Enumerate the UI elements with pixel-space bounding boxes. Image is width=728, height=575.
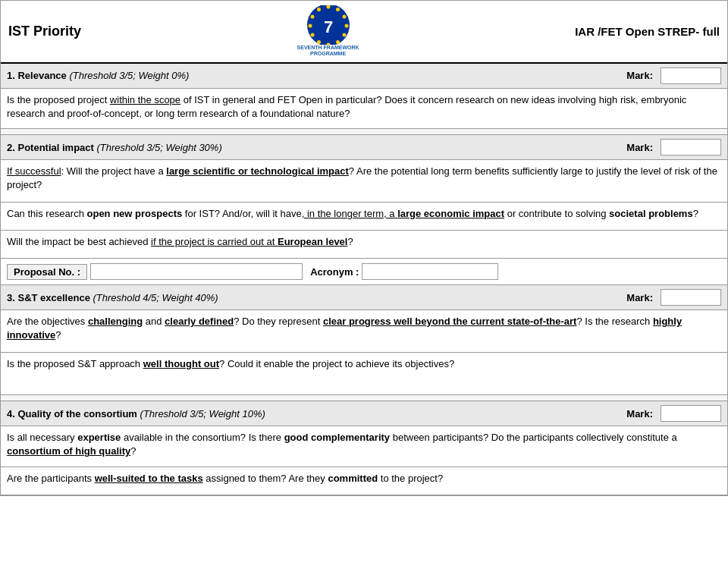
section-st-excellence: 3. S&T excellence (Threshold 4/5; Weight… (1, 285, 727, 353)
logo: 7 SEVENTH FRAMEWORK PROGRAMME (297, 5, 359, 58)
section-relevance-bold: Relevance (17, 70, 66, 81)
section-quality-consortium-number: 4. (7, 408, 17, 419)
section-relevance-rest: (Threshold 3/5; Weight 0%) (67, 70, 190, 81)
svg-point-9 (310, 33, 314, 37)
ist-priority-title: IST Priority (8, 24, 81, 39)
section-potential-impact-mark-label: Mark: (626, 142, 653, 153)
proposal-input[interactable] (90, 263, 303, 280)
section-relevance-mark-label: Mark: (626, 70, 653, 81)
svg-text:7: 7 (323, 17, 332, 36)
section-st-excellence-number: 3. (7, 292, 17, 303)
section-potential-impact-body: If successful: Will the project have a l… (1, 160, 727, 202)
section-relevance-mark-box[interactable] (661, 68, 721, 84)
section-quality-consortium-title: 4. Quality of the consortium (Threshold … (7, 408, 626, 419)
section-quality-consortium-sub-body: Are the participants well-suited to the … (1, 467, 727, 495)
section-quality-consortium-mark-label: Mark: (626, 408, 653, 419)
svg-point-2 (336, 8, 340, 11)
section-potential-impact-bold: Potential impact (17, 142, 93, 153)
section-quality-consortium-sub: Are the participants well-suited to the … (1, 467, 727, 495)
section-st-excellence-body: Are the objectives challenging and clear… (1, 310, 727, 352)
st-excellence-text1: Are the objectives challenging and clear… (7, 315, 721, 342)
section-potential-impact-header: 2. Potential impact (Threshold 3/5; Weig… (1, 135, 727, 160)
section-st-excellence-mark-label: Mark: (626, 292, 653, 303)
header: IST Priority (1, 1, 727, 64)
proposal-row: Proposal No. : Acronym : (1, 259, 727, 285)
section-relevance-title: 1. Relevance (Threshold 3/5; Weight 0%) (7, 70, 626, 81)
svg-point-8 (317, 40, 321, 44)
svg-point-10 (308, 24, 312, 28)
section-quality-consortium-header: 4. Quality of the consortium (Threshold … (1, 401, 727, 426)
section-st-excellence-title: 3. S&T excellence (Threshold 4/5; Weight… (7, 292, 626, 303)
relevance-text: Is the proposed project within the scope… (7, 93, 721, 121)
section-st-excellence-bold: S&T excellence (17, 292, 89, 303)
section-potential-impact: 2. Potential impact (Threshold 3/5; Weig… (1, 135, 727, 203)
acronym-section: Acronym : (310, 263, 498, 280)
proposal-section: Proposal No. : (7, 263, 303, 280)
section-st-excellence-rest: (Threshold 4/5; Weight 40%) (90, 292, 218, 303)
section-st-excellence-header: 3. S&T excellence (Threshold 4/5; Weight… (1, 285, 727, 310)
potential-impact-text1: If successful: Will the project have a l… (7, 165, 721, 192)
section-relevance-body: Is the proposed project within the scope… (1, 89, 727, 128)
section-quality-consortium-rest: (Threshold 3/5; Weight 10%) (137, 408, 265, 419)
section-potential-impact-rest: (Threshold 3/5; Weight 30%) (94, 142, 222, 153)
section-relevance: 1. Relevance (Threshold 3/5; Weight 0%) … (1, 64, 727, 129)
section-st-excellence-mark-box[interactable] (661, 289, 721, 306)
svg-point-4 (344, 24, 348, 28)
quality-consortium-text1: Is all necessary expertise available in … (7, 431, 721, 458)
section-quality-consortium-mark-box[interactable] (661, 405, 721, 422)
section-quality-consortium: 4. Quality of the consortium (Threshold … (1, 401, 727, 467)
proposal-label: Proposal No. : (7, 264, 87, 280)
logo-text: SEVENTH FRAMEWORK PROGRAMME (297, 45, 359, 58)
acronym-input[interactable] (362, 263, 498, 280)
spacer-1 (1, 129, 727, 135)
section-relevance-header: 1. Relevance (Threshold 3/5; Weight 0%) … (1, 64, 727, 89)
acronym-label: Acronym : (310, 266, 359, 278)
svg-point-12 (317, 8, 321, 11)
potential-impact-text3: Will the impact be best achieved if the … (7, 235, 721, 249)
section-potential-impact-sub1: Can this research open new prospects for… (1, 203, 727, 231)
section-potential-impact-number: 2. (7, 142, 17, 153)
quality-consortium-text2: Are the participants well-suited to the … (7, 472, 721, 485)
section-st-excellence-sub: Is the proposed S&T approach well though… (1, 353, 727, 395)
section-st-excellence-sub-body: Is the proposed S&T approach well though… (1, 353, 727, 394)
section-potential-impact-sub1-body: Can this research open new prospects for… (1, 203, 727, 230)
section-quality-consortium-bold: Quality of the consortium (17, 408, 136, 419)
spacer-2 (1, 395, 727, 401)
eu-logo-svg: 7 (305, 5, 352, 45)
st-excellence-text2: Is the proposed S&T approach well though… (7, 357, 721, 371)
svg-point-5 (342, 33, 346, 37)
section-relevance-number: 1. (7, 70, 17, 81)
section-potential-impact-sub2-body: Will the impact be best achieved if the … (1, 231, 727, 258)
iar-title: IAR /FET Open STREP- full (575, 25, 720, 38)
svg-point-3 (342, 15, 346, 19)
page: IST Priority (0, 0, 728, 496)
svg-point-11 (310, 15, 314, 19)
svg-point-6 (336, 40, 340, 44)
section-potential-impact-sub2: Will the impact be best achieved if the … (1, 231, 727, 259)
section-potential-impact-title: 2. Potential impact (Threshold 3/5; Weig… (7, 142, 626, 153)
section-quality-consortium-body: Is all necessary expertise available in … (1, 426, 727, 466)
potential-impact-text2: Can this research open new prospects for… (7, 207, 721, 221)
section-potential-impact-mark-box[interactable] (661, 139, 721, 156)
